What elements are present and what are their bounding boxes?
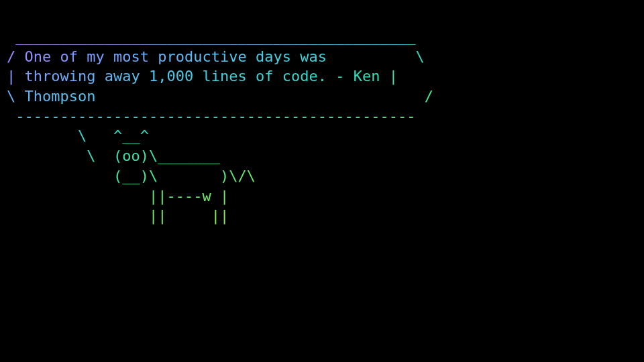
terminal-output: ________________________________________… [7,27,637,226]
terminal-line: | throwing away 1,000 lines of code. - K… [7,66,637,86]
terminal-line: ________________________________________… [7,27,637,47]
terminal-line: \ ^__^ [7,126,637,146]
terminal-line: ||----w | [7,186,637,206]
terminal-line: \ Thompson / [7,86,637,107]
terminal-line: ----------------------------------------… [7,107,637,127]
terminal-line: (__)\ )\/\ [7,166,637,186]
terminal-line: \ (oo)\_______ [7,146,637,166]
terminal-line: / One of my most productive days was \ [7,47,637,67]
terminal-line: || || [7,206,637,226]
